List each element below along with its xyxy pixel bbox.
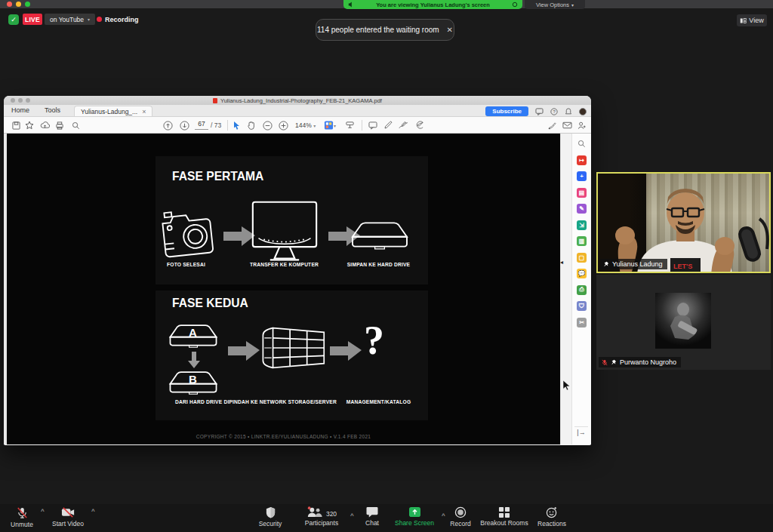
participants-button[interactable]: 320 Participants [296, 506, 347, 527]
page-display-mode-icon[interactable]: ▾ [324, 119, 336, 131]
edit-pdf-icon[interactable]: ✎ [577, 204, 587, 214]
chat-button[interactable]: Chat [358, 506, 386, 527]
select-tool-icon[interactable] [230, 119, 242, 131]
hand-tool-icon[interactable] [245, 119, 257, 131]
participants-options-caret[interactable]: ^ [350, 512, 354, 519]
share-screen-icon [408, 506, 421, 518]
hard-drive-icon [350, 218, 410, 254]
pdf-reader-window: Yulianus-Ladung_Industrial-Photography_F… [4, 96, 591, 445]
security-button[interactable]: Security [249, 506, 291, 527]
create-pdf-icon[interactable]: + [577, 171, 587, 181]
share-with-person-icon[interactable] [576, 119, 588, 131]
email-icon[interactable] [561, 119, 573, 131]
meeting-secure-shield-icon[interactable]: ✓ [8, 14, 19, 25]
mic-muted-icon [602, 359, 608, 366]
expand-sidebar-icon[interactable]: |→ [574, 426, 588, 437]
pdf-titlebar[interactable]: Yulianus-Ladung_Industrial-Photography_F… [4, 96, 591, 105]
waiting-room-toast-text: 114 people entered the waiting room [317, 26, 439, 34]
view-options-button[interactable]: View Options ▾ [525, 0, 585, 9]
share-screen-label: Share Screen [395, 519, 434, 527]
share-cloud-icon[interactable] [38, 119, 51, 131]
zoom-out-icon[interactable] [261, 119, 273, 131]
star-bookmark-icon[interactable] [23, 119, 35, 131]
close-tab-icon[interactable]: × [142, 108, 146, 115]
stamp-tool-icon[interactable]: ⎙ [577, 285, 587, 295]
page-number-input[interactable]: 67 [195, 120, 208, 130]
mic-options-caret[interactable]: ^ [41, 508, 45, 515]
zoom-level-select[interactable]: 144% ▾ [295, 121, 316, 129]
tab-home[interactable]: Home [4, 106, 37, 116]
reactions-button[interactable]: Reactions [532, 506, 571, 527]
record-button[interactable]: Record [444, 506, 477, 527]
unmute-label: Unmute [11, 521, 33, 528]
next-page-icon[interactable] [178, 119, 190, 131]
waiting-room-toast: 114 people entered the waiting room ✕ [316, 19, 454, 41]
help-icon[interactable]: ? [550, 108, 558, 115]
view-layout-icon [740, 17, 747, 24]
server-storage-icon [256, 324, 327, 372]
compress-pdf-icon[interactable]: ▢ [577, 253, 587, 263]
minimize-window-icon[interactable] [18, 98, 23, 103]
pdf-file-icon [213, 98, 217, 103]
computer-icon [248, 198, 321, 267]
protect-pdf-icon[interactable]: 🛡 [577, 301, 587, 311]
pencil-annotate-icon[interactable] [382, 119, 394, 131]
live-destination-button[interactable]: on YouTube ▾ [45, 14, 95, 25]
search-icon[interactable] [69, 119, 82, 131]
add-comment-icon[interactable] [367, 119, 379, 131]
phase2-right-label: MANAGEMENT/KATALOG [334, 399, 423, 404]
close-window-icon[interactable] [11, 98, 15, 103]
audio-indicator-icon [512, 2, 518, 8]
spotlight-pin-icon [603, 261, 609, 267]
participant-video-tile[interactable]: Purwanto Nugroho [596, 275, 771, 370]
save-icon[interactable] [10, 119, 22, 131]
phase1-title: FASE PERTAMA [172, 169, 263, 184]
comments-icon[interactable] [535, 108, 544, 115]
signature-pen-icon[interactable] [546, 119, 558, 131]
more-tools-icon[interactable]: ✂ [577, 318, 587, 328]
chat-label: Chat [365, 519, 379, 527]
start-video-label: Start Video [52, 520, 84, 527]
participants-count: 320 [326, 510, 337, 518]
export-doc-icon[interactable]: ⇲ [577, 220, 587, 230]
participant-avatar [655, 293, 711, 349]
fill-sign-icon[interactable] [397, 119, 409, 131]
gallery-view-button[interactable]: View [737, 14, 767, 26]
search-tools-icon[interactable] [577, 139, 587, 149]
comment-tool-icon[interactable]: 💬 [577, 269, 587, 278]
tab-document[interactable]: Yulianus-Ladung_... × [74, 106, 152, 116]
phase2-title: FASE KEDUA [172, 296, 248, 311]
minimize-window-icon[interactable] [16, 2, 21, 7]
video-options-caret[interactable]: ^ [91, 508, 95, 515]
start-video-button[interactable]: Start Video [47, 506, 89, 527]
breakout-rooms-button[interactable]: Breakout Rooms [476, 506, 532, 527]
combine-files-icon[interactable]: ▥ [577, 236, 587, 246]
active-speaker-video-tile[interactable]: LET'S Yulianus Ladung [596, 172, 771, 273]
speaker-name-text: Yulianus Ladung [612, 260, 663, 268]
export-pdf-icon[interactable]: ↦ [577, 155, 587, 165]
print-icon[interactable] [54, 119, 66, 131]
zoom-in-icon[interactable] [277, 119, 289, 131]
account-avatar[interactable] [579, 108, 587, 115]
close-window-icon[interactable] [7, 2, 12, 7]
maximize-window-icon[interactable] [26, 98, 30, 103]
share-screen-button[interactable]: Share Screen [390, 506, 439, 527]
record-icon [454, 506, 467, 518]
zoom-meeting-window: You are viewing Yulianus Ladung's screen… [0, 0, 773, 532]
close-icon[interactable]: ✕ [447, 26, 453, 34]
collapse-panel-icon[interactable]: ◂ [560, 259, 563, 266]
security-label: Security [259, 520, 282, 527]
organize-pages-icon[interactable]: ▤ [577, 188, 587, 198]
speaker-name-tag: Yulianus Ladung [600, 259, 667, 269]
subscribe-button[interactable]: Subscribe [485, 106, 528, 116]
pdf-scrollbar[interactable] [560, 134, 571, 444]
previous-page-icon[interactable] [162, 119, 174, 131]
send-for-signature-icon[interactable] [413, 119, 425, 131]
unmute-button[interactable]: Unmute [5, 506, 39, 528]
participants-label: Participants [305, 519, 338, 527]
reactions-smiley-icon [546, 506, 558, 518]
fit-width-icon[interactable] [343, 119, 356, 131]
maximize-window-icon[interactable] [25, 2, 30, 7]
tab-tools[interactable]: Tools [37, 106, 68, 116]
notifications-bell-icon[interactable] [565, 108, 572, 115]
